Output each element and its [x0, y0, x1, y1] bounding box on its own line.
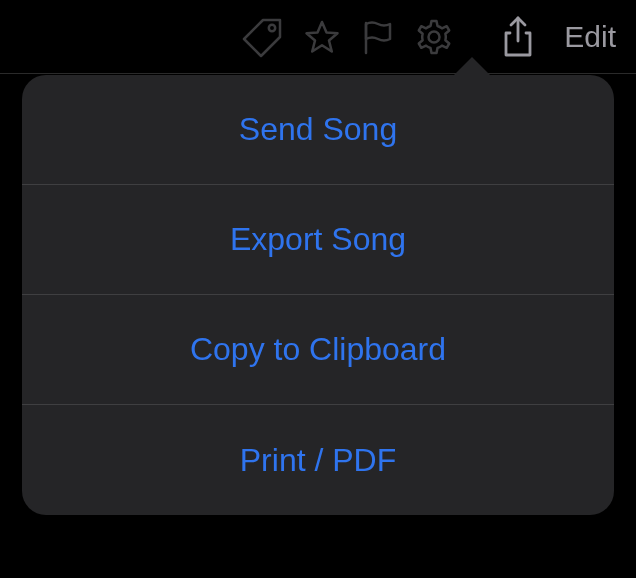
star-icon: [304, 19, 340, 55]
menu-item-export-song[interactable]: Export Song: [22, 185, 614, 295]
share-popover: Send Song Export Song Copy to Clipboard …: [22, 75, 614, 515]
toolbar: Edit: [0, 0, 636, 74]
edit-button[interactable]: Edit: [564, 20, 620, 54]
popover-arrow: [452, 57, 492, 77]
share-icon: [501, 15, 535, 59]
menu-item-send-song[interactable]: Send Song: [22, 75, 614, 185]
menu-item-print-pdf[interactable]: Print / PDF: [22, 405, 614, 515]
share-menu: Send Song Export Song Copy to Clipboard …: [22, 75, 614, 515]
svg-point-0: [269, 24, 275, 30]
star-button[interactable]: [294, 9, 350, 65]
tag-button[interactable]: [232, 9, 294, 65]
menu-item-copy-clipboard[interactable]: Copy to Clipboard: [22, 295, 614, 405]
share-button[interactable]: [490, 9, 546, 65]
gear-icon: [415, 18, 453, 56]
tag-icon: [241, 15, 285, 59]
flag-icon: [361, 19, 395, 55]
svg-point-1: [429, 31, 440, 42]
flag-button[interactable]: [350, 9, 406, 65]
